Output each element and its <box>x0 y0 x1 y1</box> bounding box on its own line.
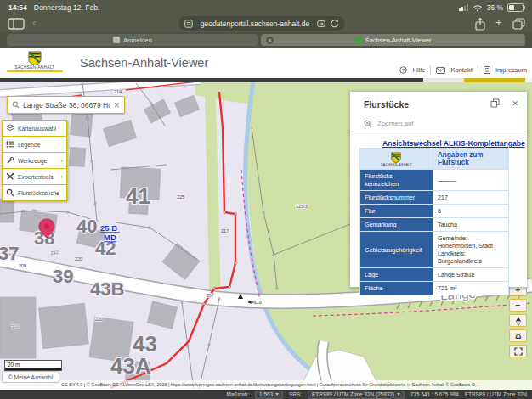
home-icon: ⌂ <box>515 331 521 340</box>
share-icon[interactable] <box>474 17 486 31</box>
scale-bar: 20 m <box>4 360 62 371</box>
menu-item-werkzeuge[interactable]: Werkzeuge › <box>2 152 67 169</box>
sidebar-toggle-icon[interactable] <box>8 18 25 30</box>
site-header: SACHSEN-ANHALT Sachsen-Anhalt-Viewer ? H… <box>0 48 532 78</box>
battery-percent: 36 % <box>487 3 503 12</box>
zoom-out-button[interactable]: − <box>509 299 527 312</box>
imprint-icon <box>484 66 490 74</box>
menu-item-kartenauswahl[interactable]: Kartenauswahl <box>2 120 67 137</box>
menu-item-flurstueckssuche[interactable]: Flurstückssuche <box>2 184 67 201</box>
zoom-to-icon <box>364 120 372 128</box>
svg-text:?: ? <box>402 68 405 73</box>
house-number: 41 <box>126 183 150 209</box>
battery-icon <box>507 3 524 12</box>
compass-needle-icon <box>514 316 523 326</box>
fullscreen-icon <box>514 347 523 356</box>
reload-icon[interactable] <box>330 19 339 28</box>
table-row: Gebietszugehörigkeit Gemeinde: Hohenmöls… <box>360 232 509 268</box>
wifi-icon <box>473 4 483 12</box>
parcel-number: 212 <box>50 250 59 256</box>
tab-viewer[interactable]: × Sachsen-Anhalt-Viewer <box>261 34 525 46</box>
table-row: Lage Lange Straße <box>360 268 509 282</box>
svg-text:25 B[interactable]: 25 B <box>100 223 117 233</box>
svg-text:MD[interactable]: MD <box>104 233 116 242</box>
parcel-number: 225 <box>177 194 184 200</box>
compass-button[interactable] <box>509 314 527 327</box>
tab-strip: Anmelden × Sachsen-Anhalt-Viewer <box>0 32 532 48</box>
search-input[interactable]: Lange Straße 38, 06679 Hol <box>23 101 110 110</box>
home-button[interactable]: ⌂ <box>509 329 527 342</box>
srs-select[interactable]: ETRS89 / UTM Zone 32N (25832) <box>308 391 405 399</box>
contact-link[interactable]: Kontakt <box>450 66 472 74</box>
house-number: 43B <box>90 278 124 300</box>
help-link[interactable]: Hilfe <box>412 66 425 74</box>
date: Donnerstag 12. Feb. <box>34 3 100 12</box>
chevron-right-icon: › <box>60 157 63 165</box>
tab-favicon <box>113 37 120 43</box>
zoom-to-placeholder: Zoomen auf <box>377 120 414 127</box>
back-button[interactable]: ‹ <box>32 16 36 29</box>
address-search[interactable]: Lange Straße 38, 06679 Hol ✕ <box>7 96 125 114</box>
zoom-to-input[interactable]: Zoomen auf <box>350 115 527 132</box>
menu-item-expertentools[interactable]: Expertentools › <box>2 168 67 185</box>
table-logo-cell: SACHSEN-ANHALT <box>360 149 433 170</box>
mail-icon <box>436 67 445 74</box>
close-panel-icon[interactable]: ✕ <box>512 99 518 108</box>
my-selection-button[interactable]: © Meine Auswahl <box>2 371 59 383</box>
table-row: Flurstücks- kennzeichen ——— <box>360 170 509 191</box>
tab-favicon <box>354 37 361 43</box>
flurstuecke-panel: Flurstücke ✕ Zoomen auf Ansichtswechsel … <box>350 92 527 287</box>
clear-search-icon[interactable]: ✕ <box>113 101 120 110</box>
detach-window-icon[interactable] <box>490 98 500 108</box>
help-icon: ? <box>399 66 407 74</box>
chevron-down-icon <box>275 393 279 396</box>
url-bar[interactable]: geodatenportal.sachsen-anhalt.de <box>178 16 345 31</box>
tab-label: Anmelden <box>123 37 152 44</box>
main-menu: Kartenauswahl Legende Werkzeuge › <box>2 121 67 201</box>
fullscreen-button[interactable] <box>509 345 527 357</box>
house-number: 37 <box>0 243 19 264</box>
scale-select[interactable]: 1:563 <box>255 391 283 399</box>
parcel-number: 209 <box>19 263 26 268</box>
house-number: 40 <box>76 216 97 237</box>
parcel-number: 257 <box>207 292 215 298</box>
state-logo-caption: SACHSEN-ANHALT <box>7 65 63 70</box>
imprint-link[interactable]: Impressum <box>495 66 527 74</box>
tab-anmelden[interactable]: Anmelden <box>7 34 258 46</box>
table-row: Gemarkung Taucha <box>360 218 509 232</box>
state-logo: SACHSEN-ANHALT <box>7 51 63 72</box>
alkis-link[interactable]: Ansichtswechsel ALKIS-Komplettangabe <box>382 139 525 148</box>
parcel-number: 222 <box>11 323 20 329</box>
chevron-down-icon <box>397 393 400 396</box>
chevron-right-icon: › <box>60 173 63 181</box>
parcel-number: 125/3 <box>296 204 308 209</box>
page-settings-icon[interactable] <box>317 20 325 28</box>
tabs-overview-icon[interactable] <box>512 18 525 30</box>
cellular-signal-icon <box>459 4 468 11</box>
close-tab-icon[interactable]: × <box>266 37 274 44</box>
reader-icon[interactable] <box>184 20 193 28</box>
table-row: Flurstücksnummer 217 <box>360 191 509 205</box>
map-attribution: CC BY 4.0 | © GeoBasis-DE / LVermGeo LSA… <box>0 380 532 390</box>
parcel-number: 214 <box>114 89 122 94</box>
coat-of-arms-icon <box>391 152 401 163</box>
scale-label: Maßstab: <box>226 391 249 397</box>
house-number: 39 <box>53 266 73 287</box>
parcel-info-table: SACHSEN-ANHALT Angaben zum Flurstück Flu… <box>359 148 509 295</box>
parcel-number: 220 <box>95 317 103 322</box>
table-header: Angaben zum Flurstück <box>433 149 508 170</box>
url-text: geodatenportal.sachsen-anhalt.de <box>197 20 313 28</box>
viewer-status-bar: Maßstab: 1:563 SRS: ETRS89 / UTM Zone 32… <box>0 390 532 399</box>
menu-item-legende[interactable]: Legende <box>2 136 67 153</box>
crs-name: ETRS89 / UTM Zone 32N <box>465 391 527 397</box>
tools-icon <box>6 172 14 181</box>
coat-of-arms-icon <box>28 51 42 65</box>
ios-status-bar: 14:54 Donnerstag 12. Feb. 36 % <box>0 0 532 15</box>
cursor-coordinates: 715.541 : 5.675.984 <box>410 391 459 397</box>
wrench-icon <box>6 156 14 165</box>
new-tab-button[interactable]: + <box>495 16 502 29</box>
parcel-search-icon <box>6 188 14 197</box>
table-row: Flur 6 <box>360 205 509 218</box>
screen: 14:54 Donnerstag 12. Feb. 36 % ‹ <box>0 0 532 399</box>
layers-icon <box>6 124 14 132</box>
